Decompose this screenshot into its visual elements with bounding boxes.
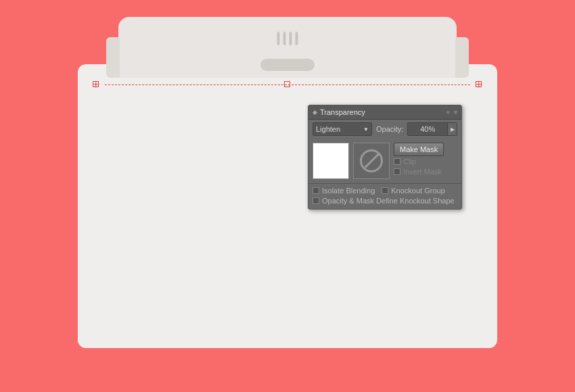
opacity-field[interactable]: 40% ▶ — [407, 122, 457, 136]
no-mask-icon — [360, 149, 383, 172]
panel-title-icon: ◆ — [313, 109, 317, 116]
mask-options: Clip Invert Mask — [394, 156, 457, 176]
opacity-arrow-button[interactable]: ▶ — [447, 122, 457, 136]
opacity-mask-label: Opacity & Mask Define Knockout Shape — [322, 197, 455, 205]
selection-handle-right[interactable] — [476, 81, 482, 88]
opacity-mask-checkbox[interactable] — [313, 197, 319, 204]
panel-menu-button[interactable]: ≡ — [454, 109, 457, 116]
device-line — [290, 32, 292, 45]
make-mask-btn-area: Make Mask Clip Invert Mask — [394, 143, 457, 176]
handle-corner-icon — [476, 81, 482, 87]
device-side-tab-left — [106, 37, 120, 78]
handle-mid-icon — [284, 81, 290, 87]
opacity-mask-row: Opacity & Mask Define Knockout Shape — [313, 197, 457, 205]
device-notch — [260, 59, 315, 71]
selection-handle-mid[interactable] — [284, 81, 291, 88]
clip-checkbox[interactable] — [394, 158, 400, 165]
clip-row: Clip — [394, 157, 457, 166]
opacity-value: 40% — [408, 125, 447, 133]
knockout-group-checkbox[interactable] — [382, 187, 388, 194]
device-line — [296, 32, 298, 45]
panel-title: Transparency — [320, 108, 365, 116]
panel-title-area: ◆ Transparency — [313, 108, 365, 116]
make-mask-button[interactable]: Make Mask — [394, 143, 444, 156]
isolate-blending-label: Isolate Blending — [322, 187, 375, 195]
thumbnail-row: Make Mask Clip Invert Mask — [308, 139, 461, 183]
layer-thumbnail[interactable] — [313, 143, 349, 179]
knockout-group-label: Knockout Group — [391, 187, 445, 195]
panel-header[interactable]: ◆ Transparency « ≡ — [308, 105, 461, 120]
blend-mode-value: Lighten — [316, 125, 340, 133]
device-side-tab-right — [455, 37, 469, 78]
selection-handle-left[interactable] — [93, 81, 99, 88]
device-line — [283, 32, 286, 45]
device-line — [277, 32, 280, 45]
blend-mode-dropdown[interactable]: Lighten ▼ — [313, 122, 372, 136]
canvas-area: ◆ Transparency « ≡ Lighten ▼ Opacity: 40… — [78, 64, 497, 348]
opacity-label: Opacity: — [376, 125, 403, 133]
isolate-blending-checkbox[interactable] — [313, 187, 319, 194]
device-body — [118, 17, 457, 78]
invert-mask-row: Invert Mask — [394, 168, 457, 176]
handle-corner-icon — [93, 81, 99, 87]
clip-label: Clip — [403, 157, 416, 166]
panel-bottom-options: Isolate Blending Knockout Group Opacity … — [308, 183, 461, 209]
panel-collapse-button[interactable]: « — [446, 109, 450, 116]
transparency-panel: ◆ Transparency « ≡ Lighten ▼ Opacity: 40… — [308, 105, 462, 210]
blend-opacity-row: Lighten ▼ Opacity: 40% ▶ — [308, 120, 461, 139]
device-lines — [277, 32, 298, 45]
invert-mask-label: Invert Mask — [403, 168, 442, 176]
blend-mode-arrow-icon: ▼ — [363, 126, 369, 132]
device-illustration — [118, 17, 457, 78]
isolate-blending-row: Isolate Blending Knockout Group — [313, 187, 457, 195]
invert-mask-checkbox[interactable] — [394, 168, 400, 175]
panel-controls: « ≡ — [446, 109, 457, 116]
mask-thumbnail[interactable] — [353, 143, 390, 179]
selection-overlay — [85, 84, 490, 86]
